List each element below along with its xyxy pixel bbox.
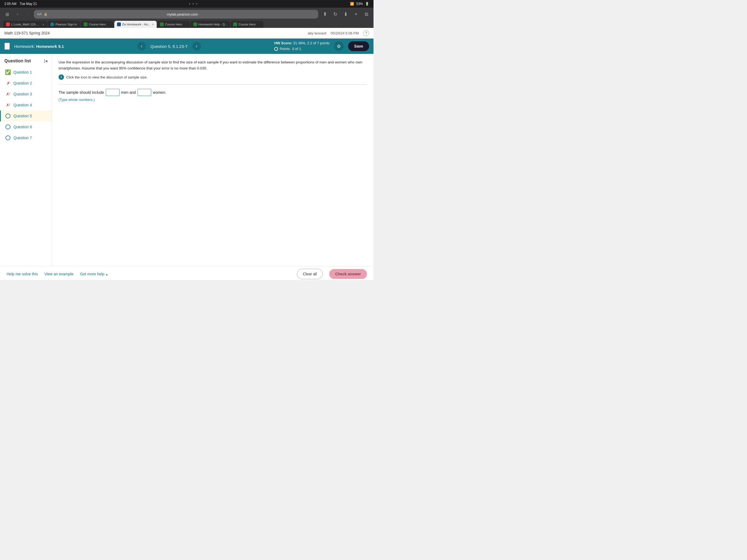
answer-suffix: women.: [153, 90, 166, 95]
question-label: Question 5, 9.1.23-T: [150, 44, 188, 49]
question-7-status-icon: [5, 135, 11, 141]
question-6-label: Question 6: [14, 125, 32, 129]
date-display: Tue May 21: [20, 2, 37, 6]
question-list-sidebar: Question list |◂ ✅ Question 1 ✗ ∕ Questi…: [0, 54, 52, 266]
info-row: i Click the icon to view the discussion …: [58, 74, 367, 80]
tab-label-ch2: Course Hero: [165, 23, 187, 26]
save-button[interactable]: Save: [348, 41, 369, 51]
tab-homework-help[interactable]: Homework Help - Q...: [190, 21, 230, 28]
three-dots: • • •: [189, 2, 198, 6]
view-example-button[interactable]: View an example: [44, 272, 73, 276]
tab-label-hhq: Homework Help - Q...: [199, 23, 228, 26]
tab-icon-hw: [117, 22, 121, 26]
status-bar: 2:05 AM Tue May 21 • • • 📶 53% 🔋: [0, 0, 374, 8]
help-me-solve-button[interactable]: Help me solve this: [6, 272, 38, 276]
tab-label-ch1: Course Hero: [89, 23, 111, 26]
address-bar[interactable]: AA 🔒 mylab.pearson.com: [34, 10, 318, 19]
question-content-area: Use the expression in the accompanying d…: [52, 54, 374, 266]
help-button[interactable]: ?: [363, 30, 369, 36]
tab-label-pearson: Pearson Sign In: [55, 23, 78, 26]
question-item-4[interactable]: ✗∕ Question 4: [0, 100, 52, 110]
next-question-button[interactable]: ›: [192, 42, 201, 51]
clear-all-button[interactable]: Clear all: [297, 269, 323, 279]
answer-middle: men and: [121, 90, 136, 95]
points-circle-icon: [274, 47, 278, 51]
tab-coursehero3[interactable]: Course Hero: [231, 21, 263, 28]
tab-do-homework[interactable]: Do Homework - Ho... ✕: [114, 21, 157, 28]
question-5-label: Question 5: [14, 114, 32, 118]
tab-close-hw[interactable]: ✕: [152, 23, 154, 26]
nav-center: ‹ Question 5, 9.1.23-T ›: [68, 42, 270, 51]
reload-button[interactable]: ↻: [331, 10, 339, 18]
question-1-label: Question 1: [14, 70, 32, 74]
download-button[interactable]: ⬇: [342, 10, 350, 18]
tab-label-ch3: Course Hero: [238, 23, 261, 26]
browser-toolbar: ⊞ ‹ › AA 🔒 mylab.pearson.com ⬆ ↻ ⬇ + ⧉: [3, 10, 370, 19]
tab-louie-math[interactable]: L.Louie_Math 119-5.... ✕: [3, 21, 47, 28]
forward-button[interactable]: ›: [24, 10, 31, 18]
hw-score-value: 31.46%, 2.2 of 7 points: [293, 41, 330, 45]
tab-coursehero2[interactable]: Course Hero: [157, 21, 190, 28]
bottom-toolbar: Help me solve this View an example Get m…: [0, 266, 374, 280]
question-list-header: Question list |◂: [0, 58, 52, 67]
answer-prefix: The sample should include: [58, 90, 104, 95]
question-2-label: Question 2: [14, 81, 32, 85]
tab-pearson-signin[interactable]: Pearson Sign In: [48, 21, 80, 28]
get-more-help-button[interactable]: Get more help ▲: [80, 272, 108, 276]
question-item-6[interactable]: Question 6: [0, 121, 52, 132]
battery-icon: 🔋: [365, 2, 369, 6]
date-display-header: 05/20/24 5:06 PM: [331, 31, 359, 35]
question-3-status-icon: ✗∕: [5, 91, 11, 97]
battery-display: 53%: [356, 2, 363, 6]
wifi-icon: 📶: [350, 2, 354, 6]
sidebar-toggle-button[interactable]: ⊞: [3, 10, 11, 18]
tab-close-louie[interactable]: ✕: [42, 23, 44, 26]
question-2-status-icon: ✗ ∕: [5, 80, 11, 86]
tab-icon-ch1: [84, 22, 87, 26]
question-item-5[interactable]: Question 5: [0, 110, 52, 121]
prev-question-button[interactable]: ‹: [137, 42, 146, 51]
tabs-bar: L.Louie_Math 119-5.... ✕ Pearson Sign In…: [3, 21, 370, 28]
question-6-status-icon: [5, 124, 11, 130]
question-7-label: Question 7: [14, 136, 32, 140]
browser-chrome: ⊞ ‹ › AA 🔒 mylab.pearson.com ⬆ ↻ ⬇ + ⧉ L…: [0, 8, 374, 28]
aa-label: AA: [37, 12, 42, 16]
back-button[interactable]: ‹: [14, 10, 21, 18]
page-header: Math 119-571 Spring 2024 aby leonard 05/…: [0, 28, 374, 39]
tabs-button[interactable]: ⧉: [363, 10, 370, 18]
question-item-3[interactable]: ✗∕ Question 3: [0, 88, 52, 100]
collapse-sidebar-button[interactable]: |◂: [44, 58, 47, 63]
nav-right: HW Score: 31.46%, 2.2 of 7 points Points…: [274, 41, 369, 52]
question-item-2[interactable]: ✗ ∕ Question 2: [0, 78, 52, 88]
share-button[interactable]: ⬆: [321, 10, 329, 18]
nav-buttons: ‹ ›: [14, 10, 31, 18]
url-display: mylab.pearson.com: [50, 12, 315, 17]
check-answer-button[interactable]: Check answer: [329, 269, 367, 279]
tab-icon-pearson: [50, 22, 54, 26]
question-text: Use the expression in the accompanying d…: [58, 59, 367, 71]
main-nav: ☰ Homework: Homework 9.1 ‹ Question 5, 9…: [0, 39, 374, 54]
main-content: Question list |◂ ✅ Question 1 ✗ ∕ Questi…: [0, 54, 374, 266]
question-item-1[interactable]: ✅ Question 1: [0, 67, 52, 78]
answer-row: The sample should include men and women.: [58, 89, 367, 96]
hint-text: (Type whole numbers.): [58, 98, 367, 102]
score-info: HW Score: 31.46%, 2.2 of 7 points Points…: [274, 41, 330, 52]
question-4-status-icon: ✗∕: [5, 102, 11, 108]
hamburger-menu[interactable]: ☰: [4, 43, 10, 50]
tab-icon-ch3: [233, 22, 237, 26]
tab-icon-ch2: [160, 22, 164, 26]
question-item-7[interactable]: Question 7: [0, 132, 52, 143]
question-list-title: Question list: [4, 58, 31, 63]
question-4-label: Question 4: [14, 103, 32, 107]
tab-label-louie: L.Louie_Math 119-5....: [11, 23, 41, 26]
settings-button[interactable]: ⚙: [334, 41, 344, 51]
tab-coursehero1[interactable]: Course Hero: [81, 21, 114, 28]
homework-label: Homework: Homework 9.1: [14, 44, 64, 49]
add-tab-button[interactable]: +: [352, 10, 360, 18]
men-answer-input[interactable]: [106, 89, 120, 96]
question-1-status-icon: ✅: [5, 70, 11, 75]
info-icon[interactable]: i: [58, 74, 64, 80]
women-answer-input[interactable]: [137, 89, 151, 96]
points-label: Points:: [280, 46, 291, 52]
time-display: 2:05 AM: [4, 2, 17, 6]
